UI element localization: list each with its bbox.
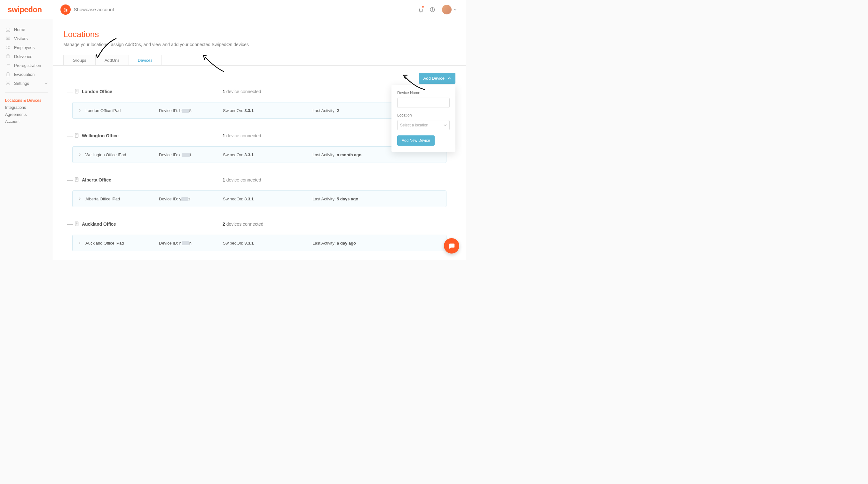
- device-name-label: Device Name: [397, 91, 450, 95]
- nav-home[interactable]: Home: [0, 25, 53, 34]
- device-row[interactable]: Auckland Office iPadDevice ID: hhSwipedO…: [72, 235, 446, 251]
- header: swipedon Showcase account: [0, 0, 466, 19]
- location-placeholder: Select a location: [400, 123, 428, 127]
- location-name: London Office: [82, 89, 219, 94]
- svg-rect-20: [75, 177, 78, 181]
- device-activity: Last Activity: 2: [312, 108, 339, 113]
- user-menu[interactable]: [438, 4, 458, 16]
- device-count: 1 device connected: [223, 89, 261, 94]
- device-name-input[interactable]: [397, 97, 450, 108]
- avatar: [442, 5, 452, 15]
- nav-icon: [5, 45, 11, 50]
- chevron-right-icon: [79, 108, 82, 113]
- nav-settings[interactable]: Settings: [0, 79, 53, 88]
- nav-icon: [5, 80, 11, 86]
- nav-label: Home: [14, 27, 25, 32]
- building-icon: [75, 222, 79, 227]
- device-count: 1 device connected: [223, 133, 261, 138]
- svg-point-10: [7, 64, 9, 65]
- device-activity: Last Activity: a month ago: [312, 152, 362, 157]
- collapse-icon[interactable]: —: [67, 221, 72, 227]
- svg-rect-12: [75, 89, 78, 93]
- nav-icon: [5, 62, 11, 68]
- add-new-device-button[interactable]: Add New Device: [397, 135, 435, 146]
- device-version: SwipedOn: 3.3.1: [223, 241, 309, 246]
- page-title: Locations: [53, 29, 466, 39]
- nav-visitors[interactable]: Visitors: [0, 34, 53, 43]
- device-version: SwipedOn: 3.3.1: [223, 152, 309, 157]
- nav-icon: [5, 72, 11, 77]
- account-badge[interactable]: Showcase account: [60, 4, 114, 15]
- subnav-account[interactable]: Account: [0, 118, 53, 125]
- tab-addons[interactable]: AddOns: [96, 55, 129, 65]
- building-icon: [75, 89, 79, 94]
- nav-label: Evacuation: [14, 72, 35, 77]
- nav-label: Employees: [14, 45, 35, 50]
- location-name: Wellington Office: [82, 133, 219, 138]
- chevron-down-icon: [443, 123, 447, 127]
- nav-label: Deliveries: [14, 54, 32, 59]
- notification-dot-icon: [422, 6, 424, 8]
- device-version: SwipedOn: 3.3.1: [223, 108, 309, 113]
- nav-employees[interactable]: Employees: [0, 43, 53, 52]
- building-icon: [60, 4, 71, 15]
- subnav-agreements[interactable]: Agreements: [0, 111, 53, 118]
- svg-point-8: [8, 46, 9, 47]
- chat-button[interactable]: [444, 238, 459, 254]
- collapse-icon[interactable]: —: [67, 177, 72, 183]
- svg-rect-0: [64, 8, 65, 9]
- nav-deliveries[interactable]: Deliveries: [0, 52, 53, 61]
- main: Locations Manage your locations, assign …: [53, 19, 466, 260]
- device-row[interactable]: Alberta Office iPadDevice ID: yzSwipedOn…: [72, 191, 446, 207]
- chevron-up-icon: [448, 77, 451, 80]
- location-block: —Auckland Office2 devices connectedAuckl…: [63, 219, 456, 251]
- building-icon: [75, 177, 79, 183]
- nav-label: Settings: [14, 81, 29, 86]
- nav-preregistration[interactable]: Preregistration: [0, 61, 53, 70]
- subnav-locations-devices[interactable]: Locations & Devices: [0, 97, 53, 104]
- nav-label: Visitors: [14, 36, 28, 41]
- chevron-down-icon: [44, 81, 48, 86]
- collapse-icon[interactable]: —: [67, 89, 72, 94]
- device-id: Device ID: yz: [159, 197, 220, 201]
- device-activity: Last Activity: a day ago: [312, 241, 356, 246]
- chevron-down-icon: [454, 7, 457, 12]
- device-row[interactable]: London Office iPadDevice ID: b5SwipedOn:…: [72, 102, 446, 119]
- chevron-right-icon: [79, 152, 82, 157]
- nav-evacuation[interactable]: Evacuation: [0, 70, 53, 79]
- building-icon: [75, 133, 79, 139]
- device-row[interactable]: Wellington Office iPadDevice ID: dtSwipe…: [72, 146, 446, 163]
- device-count: 2 devices connected: [223, 222, 264, 227]
- device-name: Auckland Office iPad: [85, 241, 156, 246]
- content-area: Add Device Device Name Location Select a…: [53, 66, 466, 251]
- subnav-integrations[interactable]: Integrations: [0, 104, 53, 111]
- chevron-right-icon: [79, 241, 82, 246]
- collapse-icon[interactable]: —: [67, 133, 72, 139]
- tab-devices[interactable]: Devices: [129, 55, 162, 65]
- location-label: Location: [397, 113, 450, 117]
- tab-groups[interactable]: Groups: [63, 55, 96, 65]
- svg-rect-24: [75, 222, 78, 225]
- add-device-popover: Device Name Location Select a location A…: [392, 85, 456, 152]
- brand-logo: swipedon: [8, 5, 42, 14]
- add-device-button[interactable]: Add Device: [419, 73, 456, 84]
- tabs: GroupsAddOnsDevices: [53, 55, 466, 66]
- help-button[interactable]: [427, 4, 438, 16]
- nav-icon: [5, 53, 11, 59]
- location-header[interactable]: —Auckland Office2 devices connected: [63, 219, 456, 229]
- svg-rect-16: [75, 133, 78, 137]
- device-version: SwipedOn: 3.3.1: [223, 197, 309, 201]
- notifications-button[interactable]: [415, 4, 427, 16]
- location-select[interactable]: Select a location: [397, 120, 450, 130]
- device-count: 1 device connected: [223, 177, 261, 182]
- svg-rect-9: [6, 55, 10, 58]
- svg-point-7: [7, 46, 8, 47]
- sidebar: HomeVisitorsEmployeesDeliveriesPreregist…: [0, 19, 53, 260]
- divider: [5, 92, 48, 92]
- nav-icon: [5, 35, 11, 41]
- svg-point-4: [432, 10, 432, 11]
- location-header[interactable]: —Alberta Office1 device connected: [63, 175, 456, 185]
- add-device-label: Add Device: [424, 76, 444, 81]
- svg-point-6: [7, 38, 8, 39]
- account-name: Showcase account: [74, 7, 114, 12]
